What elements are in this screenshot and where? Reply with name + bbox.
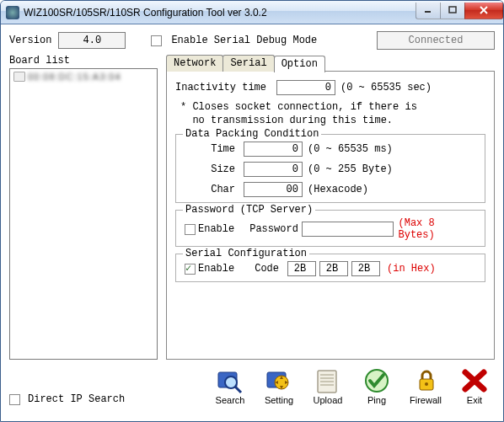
tab-serial[interactable]: Serial [223, 55, 274, 72]
device-icon [13, 72, 25, 82]
svg-line-6 [235, 387, 241, 393]
ping-label: Ping [367, 395, 386, 405]
svg-point-5 [225, 377, 237, 388]
upload-icon [313, 366, 343, 395]
window-title: WIZ100SR/105SR/110SR Configuration Tool … [24, 7, 416, 19]
tab-network[interactable]: Network [166, 55, 223, 72]
version-value: 4.0 [58, 32, 126, 49]
serial-code-1[interactable]: 2B [319, 261, 348, 276]
app-icon [6, 6, 19, 19]
serial-code-2[interactable]: 2B [351, 261, 380, 276]
ping-icon [362, 366, 392, 395]
password-input[interactable] [302, 222, 394, 237]
password-enable-label: Enable [198, 223, 234, 235]
setting-icon [264, 366, 294, 395]
password-label: Password [249, 223, 298, 235]
close-button[interactable] [464, 3, 503, 19]
inactivity-note: * Closes socket connection, if there is … [180, 100, 485, 127]
svg-point-16 [425, 382, 428, 386]
serial-code-hint: (in Hex) [387, 263, 436, 275]
firewall-icon [410, 366, 441, 395]
pack-char-input[interactable]: 00 [244, 182, 303, 197]
pack-time-label: Time [185, 143, 235, 155]
search-label: Search [216, 395, 245, 405]
exit-icon [459, 366, 490, 395]
connection-status: Connected [377, 31, 495, 50]
exit-button[interactable]: Exit [454, 366, 495, 405]
ping-button[interactable]: Ping [357, 366, 397, 405]
toolbar: Search Setting Upload [210, 366, 495, 405]
app-window: WIZ100SR/105SR/110SR Configuration Tool … [0, 0, 504, 422]
pack-char-label: Char [185, 184, 235, 195]
direct-ip-checkbox[interactable] [9, 394, 20, 405]
search-icon [215, 366, 245, 395]
search-button[interactable]: Search [210, 366, 250, 405]
serial-config-group: Serial Configuration Enable Code 2B 2B 2… [175, 254, 485, 282]
password-group: Password (TCP Server) Enable Password (M… [175, 210, 485, 247]
setting-label: Setting [265, 395, 293, 405]
maximize-button[interactable] [440, 3, 465, 19]
password-enable-checkbox[interactable] [185, 224, 196, 235]
pack-char-hint: (Hexacode) [308, 184, 368, 195]
exit-label: Exit [467, 395, 482, 405]
pack-size-label: Size [185, 163, 235, 175]
minimize-button[interactable] [416, 3, 441, 19]
serial-code-0[interactable]: 2B [287, 261, 316, 276]
option-panel: Inactivity time 0 (0 ~ 65535 sec) * Clos… [166, 71, 495, 360]
upload-button[interactable]: Upload [308, 366, 348, 405]
titlebar[interactable]: WIZ100SR/105SR/110SR Configuration Tool … [1, 1, 503, 24]
data-packing-group: Data Packing Condition Time 0 (0 ~ 65535… [175, 134, 485, 203]
firewall-label: Firewall [410, 395, 442, 405]
direct-ip-label: Direct IP Search [28, 393, 125, 405]
board-list[interactable]: 00:08:DC:15:A3:04 [9, 68, 158, 360]
pack-time-hint: (0 ~ 65535 ms) [308, 143, 393, 155]
pack-size-hint: (0 ~ 255 Byte) [308, 163, 393, 175]
svg-rect-1 [449, 7, 456, 13]
tab-option[interactable]: Option [274, 56, 325, 72]
board-list-label: Board list [9, 55, 158, 67]
board-mac: 00:08:DC:15:A3:04 [28, 72, 121, 82]
password-legend: Password (TCP Server) [183, 204, 315, 216]
debug-checkbox[interactable] [151, 35, 162, 46]
board-list-item[interactable]: 00:08:DC:15:A3:04 [12, 71, 155, 83]
serial-enable-label: Enable [198, 263, 234, 275]
inactivity-label: Inactivity time [175, 82, 276, 93]
serial-config-legend: Serial Configuration [183, 248, 309, 259]
serial-code-label: Code [255, 263, 279, 275]
data-packing-legend: Data Packing Condition [183, 128, 321, 140]
pack-time-input[interactable]: 0 [244, 142, 303, 157]
inactivity-hint: (0 ~ 65535 sec) [340, 82, 432, 93]
password-hint: (Max 8 Bytes) [399, 217, 476, 241]
pack-size-input[interactable]: 0 [244, 162, 303, 177]
inactivity-input[interactable]: 0 [276, 80, 335, 95]
version-label: Version [9, 35, 51, 46]
debug-label: Enable Serial Debug Mode [171, 35, 317, 46]
firewall-button[interactable]: Firewall [405, 366, 446, 405]
setting-button[interactable]: Setting [259, 366, 299, 405]
serial-enable-checkbox[interactable] [185, 264, 196, 275]
upload-label: Upload [314, 395, 343, 405]
